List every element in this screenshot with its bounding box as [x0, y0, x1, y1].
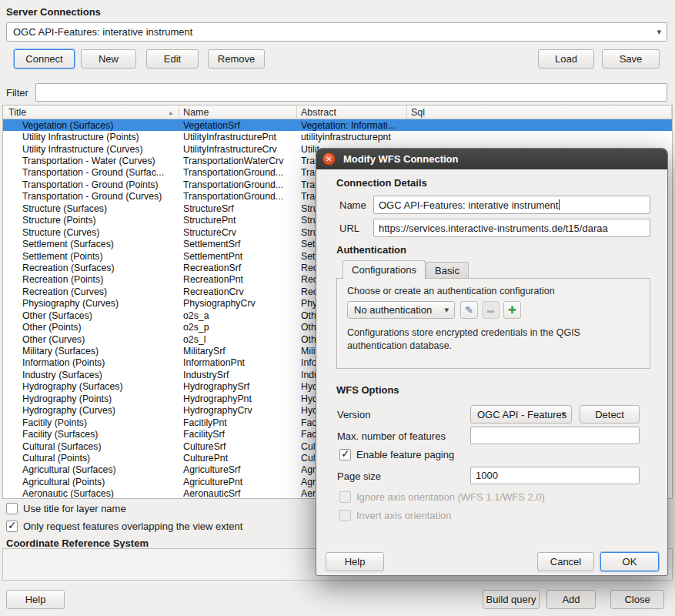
page-size-label: Page size	[337, 470, 381, 482]
close-button[interactable]: Close	[610, 590, 664, 609]
cell-name: TransportationGround...	[179, 167, 297, 179]
cell-title: Agricultural (Surfaces)	[3, 464, 179, 476]
page-size-field[interactable]: 1000	[470, 467, 640, 484]
help-button[interactable]: Help	[6, 590, 65, 609]
cell-abstract: Vegetation: Informati...	[297, 119, 407, 131]
column-header-sql[interactable]: Sql	[407, 105, 672, 119]
tab-configurations[interactable]: Configurations	[343, 260, 426, 279]
connection-select[interactable]: OGC API-Features: interative instrument …	[6, 22, 667, 42]
remove-auth-config-button[interactable]: ▬	[482, 301, 500, 319]
cell-name: PhysiographyCrv	[179, 298, 297, 310]
max-features-field[interactable]	[470, 427, 640, 444]
cell-name: CultureSrf	[179, 440, 297, 452]
checkbox-label: Only request features overlapping the vi…	[23, 521, 242, 532]
dialog-body: Connection Details Name OGC API-Features…	[316, 169, 667, 575]
cell-title: Utility Infrastructure (Curves)	[3, 143, 179, 155]
name-label: Name	[339, 199, 366, 211]
cell-name: RecreationPnt	[179, 274, 297, 286]
dialog-help-button[interactable]: Help	[326, 552, 384, 571]
auth-config-select[interactable]: No authentication ▾	[347, 301, 455, 319]
cell-title: Cultural (Points)	[3, 452, 179, 464]
chevron-down-icon: ▾	[444, 304, 449, 314]
cell-name: IndustrySrf	[179, 369, 297, 380]
cell-title: Other (Surfaces)	[3, 310, 179, 321]
plus-icon: ✚	[508, 304, 516, 316]
cell-title: Agricultural (Points)	[3, 476, 179, 487]
cell-title: Utility Infrastructure (Points)	[3, 131, 179, 142]
cell-name: StructurePnt	[179, 215, 297, 226]
url-label: URL	[339, 223, 359, 234]
detect-button[interactable]: Detect	[580, 405, 640, 424]
remove-button[interactable]: Remove	[208, 49, 265, 69]
cancel-button[interactable]: Cancel	[537, 552, 594, 571]
cell-title: Other (Curves)	[3, 333, 179, 345]
cell-title: Settlement (Points)	[3, 250, 179, 262]
connect-button[interactable]: Connect	[14, 49, 75, 69]
wfs-options-heading: WFS Options	[336, 384, 399, 396]
cell-title: Recreation (Curves)	[3, 286, 179, 297]
cell-name: HydrographySrf	[179, 381, 297, 393]
column-header-name[interactable]: Name	[179, 105, 297, 119]
new-button[interactable]: New	[81, 49, 136, 69]
close-icon[interactable]: ✕	[322, 152, 336, 166]
checkbox-label: Invert axis orientation	[356, 510, 452, 521]
cell-name: UtilityInfrastructurePnt	[179, 131, 297, 142]
checkbox-box	[6, 503, 18, 514]
cell-title: Recreation (Surfaces)	[3, 262, 179, 273]
enable-paging-checkbox[interactable]: Enable feature paging	[339, 449, 454, 460]
use-title-checkbox[interactable]: Use title for layer name	[6, 503, 126, 514]
cell-name: StructureCrv	[179, 226, 297, 238]
cell-name: o2s_p	[179, 321, 297, 333]
chevron-down-icon: ▾	[657, 26, 661, 36]
column-header-label: Abstract	[301, 107, 336, 118]
load-button[interactable]: Load	[538, 49, 594, 69]
page-size-value: 1000	[476, 470, 498, 481]
add-auth-config-button[interactable]: ✚	[503, 301, 521, 319]
column-header-abstract[interactable]: Abstract	[297, 105, 407, 119]
cell-title: Facility (Surfaces)	[3, 428, 179, 440]
checkbox-label: Use title for layer name	[23, 503, 126, 514]
table-header: Title ▴ Name Abstract Sql	[3, 105, 672, 119]
wfs-connections-window: Server Connections OGC API-Features: int…	[0, 0, 675, 616]
add-button[interactable]: Add	[546, 590, 596, 609]
table-row[interactable]: Utility Infrastructure (Points)UtilityIn…	[3, 131, 672, 142]
checkbox-label: Enable feature paging	[356, 449, 454, 460]
version-select[interactable]: OGC API - Features ▾	[470, 405, 572, 424]
build-query-button[interactable]: Build query	[483, 590, 540, 609]
checkbox-box	[339, 449, 351, 460]
ok-button[interactable]: OK	[600, 552, 659, 571]
cell-sql	[407, 119, 672, 131]
connection-details-heading: Connection Details	[336, 177, 427, 189]
edit-button[interactable]: Edit	[146, 49, 199, 69]
table-row[interactable]: Vegetation (Surfaces)VegetationSrfVegeta…	[3, 119, 672, 131]
edit-auth-config-button[interactable]: ✎	[460, 301, 478, 319]
cell-title: Transportation - Ground (Surfac...	[3, 167, 179, 179]
auth-config-select-value: No authentication	[354, 304, 432, 316]
cell-name: o2s_l	[179, 333, 297, 345]
tab-basic[interactable]: Basic	[426, 262, 469, 279]
cell-name: SettlementSrf	[179, 238, 297, 249]
overlap-extent-checkbox[interactable]: Only request features overlapping the vi…	[6, 521, 242, 532]
checkbox-label: Ignore axis orientation (WFS 1.1/WFS 2.0…	[356, 491, 545, 503]
dialog-titlebar[interactable]: ✕ Modify WFS Connection	[316, 149, 667, 169]
checkbox-box	[339, 491, 351, 503]
cell-name: VegetationSrf	[179, 119, 297, 131]
name-field[interactable]: OGC API-Features: interative instrument	[373, 196, 650, 214]
cell-name: TransportationGround...	[179, 179, 297, 190]
cell-name: HydrographyPnt	[179, 393, 297, 404]
cell-title: Structure (Curves)	[3, 226, 179, 238]
filter-input[interactable]	[35, 83, 667, 102]
save-button[interactable]: Save	[602, 49, 660, 69]
cell-name: AgriculturePnt	[179, 476, 297, 487]
cell-name: InformationPnt	[179, 357, 297, 369]
authentication-heading: Authentication	[336, 244, 406, 256]
server-connections-title: Server Connections	[6, 6, 101, 18]
url-field[interactable]: https://services.interactive-instruments…	[373, 219, 650, 237]
auth-note: Configurations store encrypted credentia…	[347, 326, 613, 353]
sort-ascending-icon: ▴	[169, 109, 172, 116]
pencil-icon: ✎	[465, 304, 473, 316]
checkbox-box	[6, 521, 18, 532]
cell-name: MilitarySrf	[179, 345, 297, 357]
column-header-title[interactable]: Title ▴	[3, 105, 179, 119]
close-glyph: ✕	[326, 155, 332, 163]
